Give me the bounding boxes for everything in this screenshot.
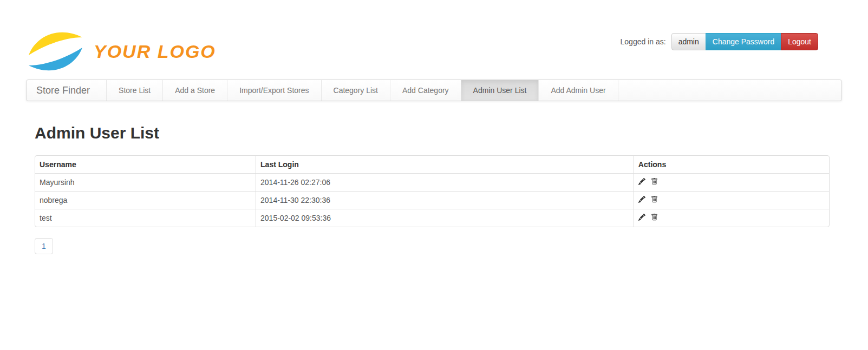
cell-username: test [35,209,256,227]
delete-user-button[interactable] [651,196,658,203]
nav-link-admin-user-list[interactable]: Admin User List [461,80,539,101]
nav-item-add-category: Add Category [390,80,461,101]
page-title: Admin User List [35,124,830,142]
nav-link-category-list[interactable]: Category List [321,80,390,101]
nav-item-add-a-store: Add a Store [162,80,227,101]
col-header-actions: Actions [634,156,829,174]
logged-in-label: Logged in as: [621,37,666,46]
table-row: nobrega 2014-11-30 22:30:36 [35,191,829,209]
table-row: Mayursinh 2014-11-26 02:27:06 [35,174,829,191]
cell-actions [634,191,829,209]
cell-username: Mayursinh [35,174,256,191]
logout-button[interactable]: Logout [781,33,818,50]
pencil-icon [638,214,645,221]
cell-username: nobrega [35,191,256,209]
nav-item-add-admin-user: Add Admin User [538,80,618,101]
pagination-item: 1 [35,238,830,254]
table-row: test 2015-02-02 09:53:36 [35,209,829,227]
nav-item-import-export-stores: Import/Export Stores [227,80,321,101]
cell-last-login: 2015-02-02 09:53:36 [256,209,634,227]
nav-link-store-list[interactable]: Store List [106,80,162,101]
logo: YOUR LOGO [26,29,216,74]
col-header-last-login: Last Login [256,156,634,174]
nav-list: Store List Add a Store Import/Export Sto… [106,80,618,101]
nav-item-admin-user-list: Admin User List [461,80,539,101]
login-info: Logged in as: admin Change Password Logo… [621,33,818,50]
pencil-icon [638,178,645,185]
store-finder-page: YOUR LOGO Logged in as: admin Change Pas… [0,0,868,350]
edit-user-button[interactable] [638,178,645,185]
nav-link-add-admin-user[interactable]: Add Admin User [538,80,618,101]
logo-text: YOUR LOGO [94,41,216,62]
cell-last-login: 2014-11-30 22:30:36 [256,191,634,209]
col-header-username: Username [35,156,256,174]
double-wave-icon [26,29,85,74]
navbar-brand[interactable]: Store Finder [27,80,106,101]
main-navbar: Store Finder Store List Add a Store Impo… [26,80,842,101]
delete-user-button[interactable] [651,214,658,221]
account-button-group: admin Change Password Logout [671,33,818,50]
nav-link-import-export-stores[interactable]: Import/Export Stores [227,80,321,101]
trash-icon [651,214,658,221]
edit-user-button[interactable] [638,214,645,221]
delete-user-button[interactable] [651,178,658,185]
nav-item-category-list: Category List [321,80,390,101]
nav-link-add-a-store[interactable]: Add a Store [162,80,227,101]
trash-icon [651,196,658,203]
cell-actions [634,174,829,191]
table-header-row: Username Last Login Actions [35,156,829,174]
admin-user-table: Username Last Login Actions Mayursinh 20… [35,155,830,227]
trash-icon [651,178,658,185]
nav-item-store-list: Store List [106,80,162,101]
main-content: Admin User List Username Last Login Acti… [35,124,830,254]
cell-actions [634,209,829,227]
page-1-button[interactable]: 1 [35,238,53,254]
cell-last-login: 2014-11-26 02:27:06 [256,174,634,191]
pencil-icon [638,196,645,203]
nav-link-add-category[interactable]: Add Category [390,80,461,101]
edit-user-button[interactable] [638,196,645,203]
change-password-button[interactable]: Change Password [706,33,781,50]
username-button[interactable]: admin [671,33,706,50]
pagination: 1 [35,238,830,254]
page-header: YOUR LOGO Logged in as: admin Change Pas… [26,0,842,74]
